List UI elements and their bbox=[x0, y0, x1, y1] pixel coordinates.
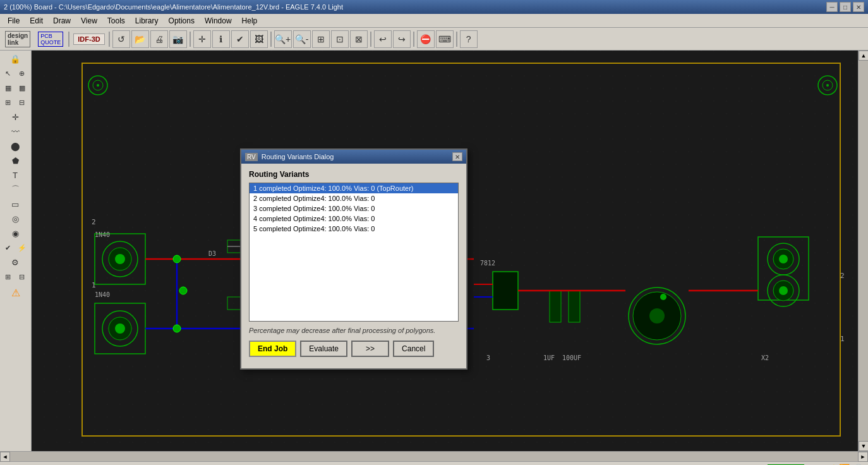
left-btn-row-5: ⊞ ⊟ bbox=[1, 270, 30, 284]
zoom-select-button[interactable]: ⊡ bbox=[331, 30, 349, 48]
left-btn-rect[interactable]: ▭ bbox=[1, 197, 29, 211]
menu-file[interactable]: File bbox=[3, 15, 25, 27]
zoom-in-button[interactable]: 🔍+ bbox=[274, 30, 292, 48]
left-btn-move[interactable]: ✛ bbox=[1, 110, 29, 124]
variant-item[interactable]: 5 completed Optimize4: 100.0% Vias: 0 bbox=[250, 224, 458, 234]
bottom-scrollbar[interactable]: ◄ ► bbox=[0, 451, 868, 461]
open-button[interactable]: 📂 bbox=[131, 30, 149, 48]
menu-view[interactable]: View bbox=[76, 15, 102, 27]
left-btn-pad[interactable]: ◉ bbox=[1, 226, 29, 240]
left-btn-crosshair[interactable]: ⊕ bbox=[15, 66, 28, 80]
separator-4 bbox=[270, 32, 272, 47]
left-btn-layers-b[interactable]: ▩ bbox=[15, 81, 28, 95]
menu-edit[interactable]: Edit bbox=[25, 15, 48, 27]
scroll-right-button[interactable]: ► bbox=[858, 452, 868, 462]
left-btn-group[interactable]: ⊞ bbox=[1, 270, 15, 284]
minimize-button[interactable]: ─ bbox=[826, 2, 838, 12]
menu-window[interactable]: Window bbox=[200, 15, 237, 27]
menu-draw[interactable]: Draw bbox=[48, 15, 76, 27]
canvas-area[interactable]: 1N40 1N40 D3 2 1 7812 3 1UF 100UF C1 X2 … bbox=[32, 51, 858, 451]
dialog-overlay: RV Routing Variants Dialog ✕ Routing Var… bbox=[32, 51, 858, 451]
left-btn-ungroup[interactable]: ⊟ bbox=[15, 270, 28, 284]
info-button[interactable]: ℹ bbox=[212, 30, 230, 48]
separator-3 bbox=[190, 32, 191, 47]
left-btn-erc[interactable]: ⚡ bbox=[15, 241, 28, 255]
title-text: 2 (100%) Board - C:\Users\Edgardo\Docume… bbox=[4, 3, 343, 11]
warning-icon: ⚠ bbox=[11, 287, 20, 299]
left-btn-row-3: ⊞ ⊟ bbox=[1, 95, 30, 109]
maximize-button[interactable]: □ bbox=[840, 2, 851, 12]
evaluate-button[interactable]: Evaluate bbox=[300, 341, 347, 357]
left-btn-route[interactable]: 〰 bbox=[1, 124, 29, 138]
variant-item[interactable]: 4 completed Optimize4: 100.0% Vias: 0 bbox=[250, 214, 458, 224]
scroll-up-button[interactable]: ▲ bbox=[859, 51, 868, 61]
separator-1 bbox=[68, 32, 69, 47]
routing-dialog: RV Routing Variants Dialog ✕ Routing Var… bbox=[240, 148, 467, 370]
menu-help[interactable]: Help bbox=[237, 15, 263, 27]
dialog-title-bar[interactable]: RV Routing Variants Dialog ✕ bbox=[241, 150, 466, 164]
cancel-button[interactable]: Cancel bbox=[393, 341, 434, 357]
dialog-content: Routing Variants 1 completed Optimize4: … bbox=[241, 164, 466, 368]
move-button[interactable]: ✛ bbox=[193, 30, 211, 48]
dialog-close-button[interactable]: ✕ bbox=[452, 152, 462, 161]
scroll-track-horizontal[interactable] bbox=[10, 452, 858, 461]
redo-button[interactable]: ↪ bbox=[393, 30, 411, 48]
scroll-left-button[interactable]: ◄ bbox=[0, 452, 10, 462]
dialog-section-label: Routing Variants bbox=[249, 170, 459, 179]
left-toolbar: 🔒 ↖ ⊕ ▦ ▩ ⊞ ⊟ ✛ 〰 ⬤ ⬟ T ⌒ ▭ ◎ ◉ ✔ ⚡ ⚙ ⊞ … bbox=[0, 51, 32, 451]
left-btn-snap-b[interactable]: ⊟ bbox=[15, 95, 28, 109]
left-btn-ratsnest[interactable]: ⚙ bbox=[1, 255, 29, 269]
separator-6 bbox=[413, 32, 414, 47]
variant-item[interactable]: 1 completed Optimize4: 100.0% Vias: 0 (T… bbox=[250, 183, 458, 193]
close-button[interactable]: ✕ bbox=[853, 2, 864, 12]
left-btn-polygon[interactable]: ⬟ bbox=[1, 154, 29, 167]
scroll-track-vertical[interactable] bbox=[859, 61, 868, 441]
idf3d-button[interactable]: IDF-3D bbox=[73, 33, 104, 45]
menu-tools[interactable]: Tools bbox=[102, 15, 130, 27]
zoom-fit-button[interactable]: ⊞ bbox=[312, 30, 330, 48]
left-btn-row-2: ▦ ▩ bbox=[1, 81, 30, 95]
scroll-down-button[interactable]: ▼ bbox=[859, 441, 868, 451]
left-btn-via[interactable]: ⬤ bbox=[1, 139, 29, 153]
left-btn-drc[interactable]: ✔ bbox=[1, 241, 15, 255]
left-btn-row-1: ↖ ⊕ bbox=[1, 66, 30, 80]
left-btn-layers-a[interactable]: ▦ bbox=[1, 81, 15, 95]
left-btn-row-4: ✔ ⚡ bbox=[1, 241, 30, 255]
left-btn-arc[interactable]: ⌒ bbox=[1, 183, 29, 196]
drc-button[interactable]: ✔ bbox=[231, 30, 249, 48]
refresh-button[interactable]: ↺ bbox=[112, 30, 130, 48]
toolbar: designlink PCBQUOTE IDF-3D ↺ 📂 🖨 📷 ✛ ℹ ✔… bbox=[0, 28, 868, 51]
menu-bar: File Edit Draw View Tools Library Option… bbox=[0, 14, 868, 28]
pcbquote-logo[interactable]: PCBQUOTE bbox=[34, 30, 66, 48]
left-btn-text[interactable]: T bbox=[1, 168, 29, 182]
zoom-last-button[interactable]: ⊠ bbox=[350, 30, 368, 48]
zoom-out-button[interactable]: 🔍- bbox=[293, 30, 311, 48]
cam-button[interactable]: 📷 bbox=[169, 30, 187, 48]
left-btn-cursor[interactable]: ↖ bbox=[1, 66, 15, 80]
separator-7 bbox=[456, 32, 457, 47]
variant-item[interactable]: 3 completed Optimize4: 100.0% Vias: 0 bbox=[250, 203, 458, 214]
dialog-title: Routing Variants Dialog bbox=[262, 153, 334, 160]
left-btn-lock[interactable]: 🔒 bbox=[1, 52, 29, 66]
photo-button[interactable]: 🖼 bbox=[250, 30, 268, 48]
separator-2 bbox=[109, 32, 110, 47]
left-btn-snap-a[interactable]: ⊞ bbox=[1, 95, 15, 109]
variant-item[interactable]: 2 completed Optimize4: 100.0% Vias: 0 bbox=[250, 193, 458, 203]
right-scrollbar[interactable]: ▲ ▼ bbox=[858, 51, 868, 451]
menu-library[interactable]: Library bbox=[130, 15, 164, 27]
left-btn-hole[interactable]: ◎ bbox=[1, 212, 29, 226]
designlink-logo[interactable]: designlink bbox=[3, 30, 33, 48]
stop-button[interactable]: ⛔ bbox=[417, 30, 435, 48]
dialog-note: Percentage may decrease after final proc… bbox=[249, 327, 459, 334]
dialog-buttons: End Job Evaluate >> Cancel bbox=[249, 341, 459, 357]
main-area: 🔒 ↖ ⊕ ▦ ▩ ⊞ ⊟ ✛ 〰 ⬤ ⬟ T ⌒ ▭ ◎ ◉ ✔ ⚡ ⚙ ⊞ … bbox=[0, 51, 868, 451]
cmd-button[interactable]: ⌨ bbox=[436, 30, 454, 48]
undo-button[interactable]: ↩ bbox=[374, 30, 392, 48]
menu-options[interactable]: Options bbox=[164, 15, 200, 27]
separator-5 bbox=[370, 32, 371, 47]
end-job-button[interactable]: End Job bbox=[249, 341, 296, 357]
help-button[interactable]: ? bbox=[460, 30, 478, 48]
next-button[interactable]: >> bbox=[351, 341, 389, 357]
print-button[interactable]: 🖨 bbox=[150, 30, 168, 48]
variants-list[interactable]: 1 completed Optimize4: 100.0% Vias: 0 (T… bbox=[249, 183, 459, 322]
